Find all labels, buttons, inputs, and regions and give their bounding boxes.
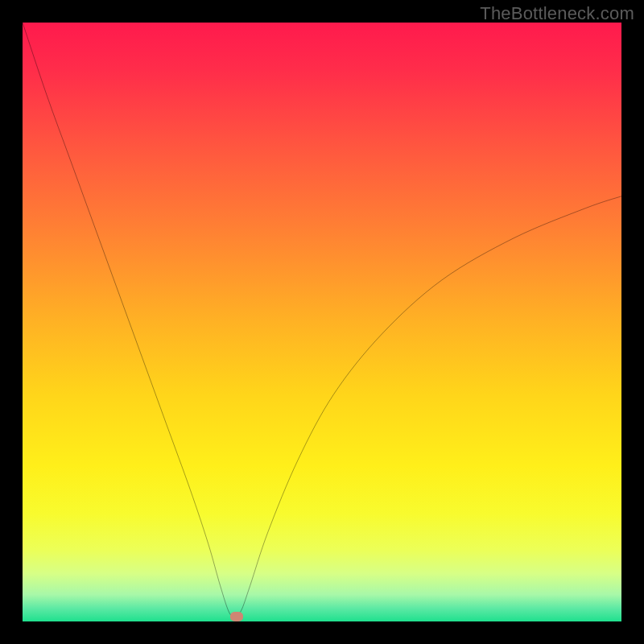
plot-area: [23, 23, 621, 621]
chart-frame: TheBottleneck.com: [0, 0, 644, 644]
watermark-label: TheBottleneck.com: [480, 3, 634, 24]
optimal-marker: [230, 612, 243, 621]
bottleneck-curve: [23, 23, 621, 621]
